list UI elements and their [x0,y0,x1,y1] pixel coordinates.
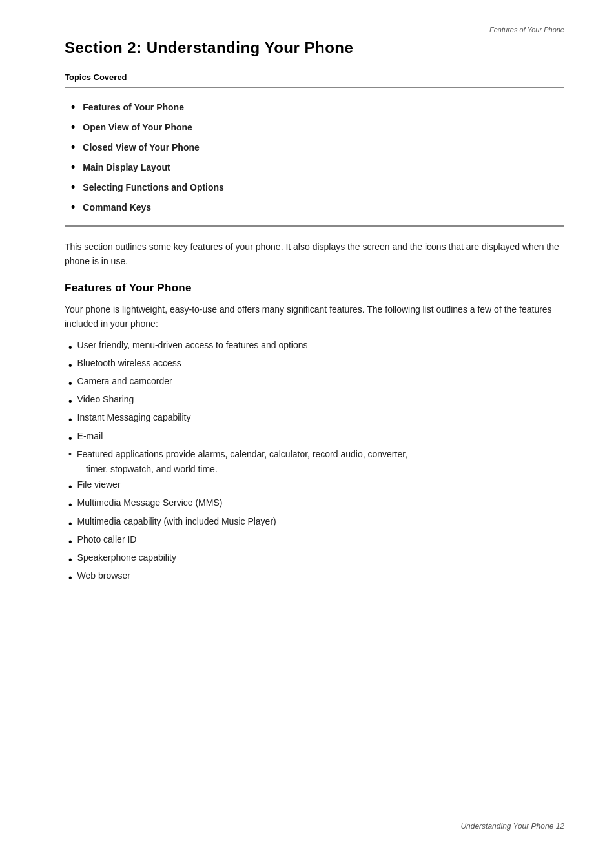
list-item: Video Sharing [68,392,564,410]
topics-covered-label: Topics Covered [65,72,564,82]
subsection-title: Features of Your Phone [65,282,564,295]
divider-bottom [65,225,564,227]
topics-list: Features of Your Phone Open View of Your… [65,100,564,214]
list-item: Photo caller ID [68,532,564,550]
list-item: Bluetooth wireless access [68,356,564,374]
section-title: Section 2: Understanding Your Phone [65,39,564,57]
features-list: User friendly, menu-driven access to fea… [65,338,564,587]
features-intro: Your phone is lightweight, easy-to-use a… [65,302,564,331]
divider-top [65,87,564,88]
intro-text: This section outlines some key features … [65,240,564,269]
list-item: Multimedia capability (with included Mus… [68,514,564,532]
list-item: Selecting Functions and Options [71,180,564,194]
list-item: Multimedia Message Service (MMS) [68,495,564,514]
list-item: Open View of Your Phone [71,120,564,134]
list-item: Camera and camcorder [68,374,564,392]
list-item: Web browser [68,568,564,587]
list-item: Features of Your Phone [71,100,564,114]
header-breadcrumb: Features of Your Phone [489,26,564,34]
list-item: Command Keys [71,200,564,214]
list-item: E-mail [68,429,564,447]
list-item: Closed View of Your Phone [71,140,564,154]
list-item: File viewer [68,477,564,495]
list-item: Instant Messaging capability [68,410,564,428]
list-item: Main Display Layout [71,160,564,174]
footer-text: Understanding Your Phone 12 [460,822,564,831]
list-item: Speakerphone capability [68,550,564,568]
list-item: User friendly, menu-driven access to fea… [68,338,564,356]
list-item: • Featured applications provide alarms, … [68,447,564,478]
page-container: Features of Your Phone Section 2: Unders… [0,0,616,863]
